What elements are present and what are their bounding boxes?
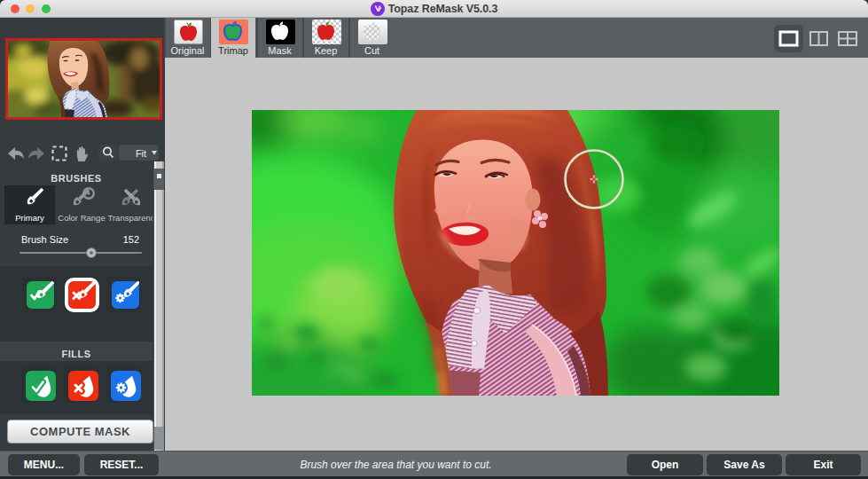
svg-text:Primary: Primary (15, 213, 44, 223)
svg-text:Fit: Fit (136, 148, 146, 159)
svg-text:Color Range: Color Range (58, 213, 105, 223)
svg-text:Transparenc: Transparenc (108, 213, 152, 223)
